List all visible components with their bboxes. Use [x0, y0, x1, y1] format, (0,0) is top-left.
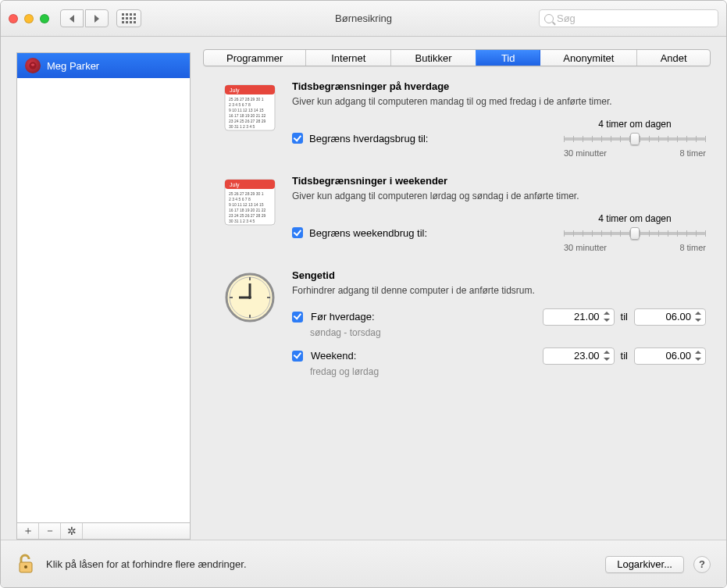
tab-internet[interactable]: Internet	[306, 50, 391, 66]
weekend-desc: Giver kun adgang til computeren lørdag o…	[292, 190, 706, 202]
search-icon	[544, 14, 554, 23]
weekend-limit-label: Begræns weekendbrug til:	[309, 227, 427, 239]
avatar	[25, 58, 41, 73]
search-placeholder: Søg	[557, 12, 576, 24]
section-weekend: July25 26 27 28 29 30 1 2 3 4 5 6 7 8 9 …	[222, 175, 706, 252]
remove-user-button[interactable]: －	[39, 523, 61, 539]
time-stepper[interactable]	[601, 349, 612, 363]
lock-text: Klik på låsen for at forhindre flere ænd…	[46, 558, 247, 570]
weekend-slider-value: 4 timer om dagen	[564, 213, 706, 224]
chevron-right-icon	[94, 15, 99, 23]
svg-text:25 26 27 28 29 30  1: 25 26 27 28 29 30 1	[229, 191, 264, 196]
tab-andet[interactable]: Andet	[637, 50, 710, 66]
bedtime-weekend-from[interactable]: 23.00	[543, 347, 615, 365]
main-pane: Programmer Internet Butikker Tid Anonymi…	[191, 37, 726, 540]
svg-text:16 17 18 19 20 21 22: 16 17 18 19 20 21 22	[229, 113, 265, 118]
tab-anonymitet[interactable]: Anonymitet	[540, 50, 637, 66]
weekday-min-label: 30 minutter	[564, 148, 607, 158]
bedtime-school-sub: søndag - torsdag	[310, 327, 706, 338]
svg-text:30 31  1  2  3  4  5: 30 31 1 2 3 4 5	[229, 219, 255, 223]
clock-icon	[222, 269, 278, 326]
bedtime-weekend-checkbox[interactable]	[292, 351, 303, 362]
weekend-max-label: 8 timer	[679, 243, 706, 252]
weekday-title: Tidsbegrænsninger på hverdage	[292, 80, 706, 92]
weekend-limit-checkbox[interactable]	[292, 227, 303, 238]
add-user-button[interactable]: ＋	[17, 523, 39, 539]
grid-icon	[122, 13, 136, 23]
tab-tid[interactable]: Tid	[476, 50, 540, 66]
tabs: Programmer Internet Butikker Tid Anonymi…	[203, 49, 711, 66]
slider-knob[interactable]	[630, 227, 640, 240]
user-name: Meg Parker	[47, 60, 99, 72]
minimize-window-button[interactable]	[24, 14, 34, 23]
bedtime-school-label: Før hverdage:	[311, 311, 375, 323]
weekday-limit-label: Begræns hverdagsbrug til:	[309, 133, 428, 144]
weekday-max-label: 8 timer	[679, 148, 706, 158]
user-actions-button[interactable]: ✲	[61, 523, 83, 539]
gear-icon: ✲	[67, 525, 77, 537]
section-bedtime: Sengetid Forhindrer adgang til denne com…	[222, 269, 706, 386]
logs-button[interactable]: Logarkiver...	[605, 556, 684, 573]
nav-buttons	[60, 9, 109, 27]
svg-text:9 10 11 12 13 14 15: 9 10 11 12 13 14 15	[229, 202, 264, 207]
weekend-title: Tidsbegrænsninger i weekender	[292, 175, 706, 187]
footer: Klik på låsen for at forhindre flere ænd…	[1, 540, 726, 588]
bedtime-weekend-label: Weekend:	[311, 350, 356, 362]
time-stepper[interactable]	[693, 310, 704, 324]
svg-point-27	[248, 296, 251, 299]
slider-knob[interactable]	[630, 133, 640, 145]
titlebar: Børnesikring Søg	[1, 1, 726, 37]
lock-icon[interactable]	[16, 551, 37, 577]
window-title: Børnesikring	[335, 12, 392, 24]
time-stepper[interactable]	[601, 310, 612, 324]
weekday-limit-checkbox[interactable]	[292, 133, 303, 144]
svg-point-29	[24, 565, 27, 568]
svg-text:23 24 25 26 27 28 29: 23 24 25 26 27 28 29	[229, 213, 265, 218]
back-button[interactable]	[60, 9, 84, 27]
section-weekday: July25 26 27 28 29 30 1 2 3 4 5 6 7 8 9 …	[222, 80, 706, 158]
svg-text:25 26 27 28 29 30  1: 25 26 27 28 29 30 1	[229, 97, 264, 102]
bedtime-weekend-sub: fredag og lørdag	[310, 366, 706, 377]
weekday-slider[interactable]	[564, 137, 706, 141]
close-window-button[interactable]	[9, 14, 18, 23]
weekend-slider[interactable]	[564, 232, 706, 235]
bedtime-school-to[interactable]: 06.00	[634, 308, 706, 326]
svg-text:July: July	[230, 87, 240, 94]
bedtime-school-from[interactable]: 21.00	[543, 308, 615, 326]
weekday-desc: Giver kun adgang til computeren mandag t…	[292, 95, 706, 108]
user-list[interactable]: Meg Parker	[16, 52, 191, 522]
svg-text:2  3  4  5  6  7  8: 2 3 4 5 6 7 8	[229, 102, 251, 107]
zoom-window-button[interactable]	[40, 14, 49, 23]
tab-programmer[interactable]: Programmer	[204, 50, 306, 66]
search-field[interactable]: Søg	[539, 9, 718, 27]
svg-text:July: July	[230, 182, 240, 188]
weekend-min-label: 30 minutter	[564, 243, 607, 252]
help-button[interactable]: ?	[693, 556, 711, 573]
svg-text:30 31  1  2  3  4  5: 30 31 1 2 3 4 5	[229, 124, 255, 129]
svg-text:23 24 25 26 27 28 29: 23 24 25 26 27 28 29	[229, 119, 265, 123]
svg-text:16 17 18 19 20 21 22: 16 17 18 19 20 21 22	[229, 208, 265, 212]
window-controls	[9, 14, 49, 23]
content: Meg Parker ＋ － ✲ Programmer Internet But…	[1, 37, 726, 540]
sections: July25 26 27 28 29 30 1 2 3 4 5 6 7 8 9 …	[203, 66, 711, 404]
chevron-left-icon	[69, 15, 74, 23]
svg-text:9 10 11 12 13 14 15: 9 10 11 12 13 14 15	[229, 108, 264, 112]
bedtime-weekend-to[interactable]: 06.00	[634, 347, 706, 365]
tab-butikker[interactable]: Butikker	[391, 50, 476, 66]
bedtime-school-checkbox[interactable]	[292, 312, 303, 323]
calendar-icon: July25 26 27 28 29 30 1 2 3 4 5 6 7 8 9 …	[222, 175, 278, 231]
sidebar: Meg Parker ＋ － ✲	[1, 37, 191, 540]
time-stepper[interactable]	[693, 349, 704, 363]
sidebar-user-item[interactable]: Meg Parker	[17, 53, 190, 78]
sidebar-toolbar: ＋ － ✲	[16, 522, 191, 540]
show-all-button[interactable]	[116, 9, 141, 27]
forward-button[interactable]	[85, 9, 109, 27]
svg-text:2  3  4  5  6  7  8: 2 3 4 5 6 7 8	[229, 197, 251, 201]
rose-icon	[27, 60, 38, 71]
bedtime-title: Sengetid	[292, 269, 706, 281]
bedtime-desc: Forhindrer adgang til denne computer i d…	[292, 284, 706, 297]
calendar-icon: July25 26 27 28 29 30 1 2 3 4 5 6 7 8 9 …	[222, 80, 278, 137]
weekday-slider-value: 4 timer om dagen	[564, 119, 706, 130]
